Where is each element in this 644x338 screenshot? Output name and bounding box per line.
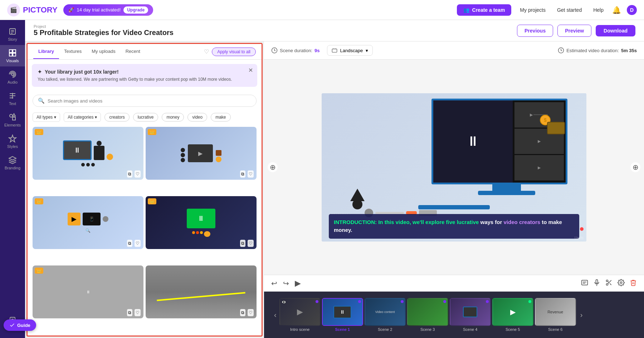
orientation-select[interactable]: Landscape ▾ (327, 45, 373, 56)
add-scene-left-button[interactable]: ⊕ (268, 162, 278, 172)
favorites-heart-icon[interactable]: ♡ (204, 48, 209, 55)
trial-badge: 🚀 14 day trial activated! Upgrade (63, 4, 153, 16)
tab-textures[interactable]: Textures (59, 44, 87, 59)
card-5-heart-icon[interactable]: ♡ (135, 309, 141, 316)
card-2-heart-icon[interactable]: ♡ (248, 170, 254, 178)
scene-thumbnail-intro: ▶ 👁️‍🗨️ Intro scene (279, 298, 321, 332)
card-3-heart-icon[interactable]: ♡ (135, 240, 141, 247)
wallet-illustration (547, 122, 565, 134)
scene-thumb-5[interactable]: ▶ (492, 298, 533, 326)
my-projects-link[interactable]: My projects (517, 7, 548, 13)
help-link[interactable]: Help (590, 7, 606, 13)
timeline-nav-next[interactable]: › (577, 311, 586, 319)
tag-video[interactable]: video (187, 113, 207, 121)
card-6-heart-icon[interactable]: ♡ (248, 309, 254, 316)
timeline-nav-prev[interactable]: ‹ (271, 311, 279, 319)
promo-close-button[interactable]: ✕ (248, 67, 253, 74)
settings-button[interactable] (618, 279, 625, 288)
svg-point-30 (606, 283, 608, 285)
work-area: Library Textures My uploads Recent ♡ App… (25, 41, 644, 338)
sidebar-item-audio[interactable]: Audio (0, 66, 25, 88)
scene-thumb-3[interactable] (407, 298, 448, 326)
scene-thumb-intro[interactable]: ▶ 👁️‍🗨️ (279, 298, 321, 326)
project-info: Project 5 Profitable Strategies for Vide… (34, 24, 174, 37)
search-input[interactable] (48, 98, 251, 104)
sidebar-item-story[interactable]: Story (0, 24, 25, 45)
redo-button[interactable]: ↪ (283, 279, 289, 288)
card-6-actions: ⧉ ♡ (240, 309, 254, 316)
landscape-icon (332, 48, 337, 53)
main-layout: Story Visuals Audio Text E (0, 20, 644, 338)
image-card-4[interactable]: ⏸ 👑 ⧉ ♡ (146, 196, 257, 249)
sidebar-styles-label: Styles (7, 144, 18, 149)
tag-creators[interactable]: creators (104, 113, 129, 121)
sidebar-item-text[interactable]: Text (0, 88, 25, 109)
create-team-button[interactable]: 👥 Create a team (457, 4, 512, 16)
image-card-2[interactable]: ▶ 👑 ⧉ ♡ (146, 127, 257, 180)
get-started-link[interactable]: Get started (554, 7, 585, 13)
tag-lucrative[interactable]: lucrative (133, 113, 158, 121)
download-button[interactable]: Download (596, 25, 635, 36)
image-card-1[interactable]: ⏸ 👑 ⧉ (33, 127, 143, 180)
preview-button[interactable]: Preview (557, 25, 591, 37)
type-filter[interactable]: All types ▾ (33, 113, 60, 122)
scene-thumb-1[interactable]: ⏸ (322, 298, 363, 326)
image-card-3[interactable]: ▶ 📱 🔍 👑 ⧉ ♡ (33, 196, 143, 249)
play-button[interactable]: ▶ (295, 279, 301, 288)
tab-my-uploads[interactable]: My uploads (87, 44, 120, 59)
sidebar-item-visuals[interactable]: Visuals (0, 45, 25, 66)
chevron-orientation-icon: ▾ (366, 48, 368, 53)
card-4-heart-icon[interactable]: ♡ (248, 240, 254, 247)
scene-duration: Scene duration: 9s (271, 47, 320, 54)
notifications-icon[interactable]: 🔔 (612, 6, 621, 14)
svg-rect-15 (13, 117, 15, 120)
tab-library[interactable]: Library (33, 44, 59, 59)
card-4-copy-icon[interactable]: ⧉ (240, 240, 245, 247)
card-1-copy-icon[interactable]: ⧉ (127, 170, 132, 178)
image-grid: ⏸ 👑 ⧉ (28, 124, 262, 335)
sidebar-audio-label: Audio (8, 80, 18, 84)
svg-point-10 (11, 73, 14, 75)
image-card-6[interactable]: ⧉ ♡ (146, 265, 257, 318)
upgrade-button[interactable]: Upgrade (123, 6, 148, 14)
apply-visual-button[interactable]: Apply visual to all (212, 48, 256, 56)
card-1-heart-icon[interactable]: ♡ (135, 170, 141, 178)
svg-rect-7 (13, 50, 16, 53)
mic-button[interactable] (593, 279, 600, 288)
tag-make[interactable]: make (211, 113, 230, 121)
card-3-copy-icon[interactable]: ⧉ (127, 240, 132, 247)
delete-button[interactable] (630, 279, 637, 288)
story-icon (8, 27, 17, 36)
sidebar-elements-label: Elements (4, 123, 21, 127)
team-icon: 👥 (463, 7, 469, 13)
svg-rect-22 (332, 49, 337, 52)
add-scene-right-button[interactable]: ⊕ (630, 162, 640, 172)
tab-recent[interactable]: Recent (121, 44, 145, 59)
image-card-5[interactable]: ⏸ 👑 ⧉ ♡ (33, 265, 143, 318)
card-6-copy-icon[interactable]: ⧉ (240, 309, 245, 316)
user-avatar[interactable]: D (627, 5, 637, 15)
subtitle-button[interactable] (581, 279, 588, 288)
svg-line-32 (610, 283, 611, 285)
card-5-copy-icon[interactable]: ⧉ (127, 309, 132, 316)
scene-thumb-6[interactable]: Revenue (535, 298, 576, 326)
preview-toolbar: Scene duration: 9s Landscape ▾ Estimated… (264, 41, 644, 60)
scissors-button[interactable] (605, 279, 613, 288)
category-filter[interactable]: All categories ▾ (64, 113, 101, 122)
scene-thumb-4[interactable] (450, 298, 491, 326)
premium-badge-4: 👑 (148, 198, 156, 204)
video-preview: ‹ › ⏸ ▶ ▶ ▶ (322, 93, 586, 242)
undo-button[interactable]: ↩ (271, 279, 277, 288)
sidebar-item-branding[interactable]: Branding (0, 152, 25, 174)
scene-thumbnail-6: Revenue Scene 6 (535, 298, 576, 332)
scene-thumb-2[interactable]: Video content (365, 298, 406, 326)
sidebar-item-styles[interactable]: Styles (0, 131, 25, 152)
guide-button[interactable]: Guide (4, 319, 36, 331)
card-2-copy-icon[interactable]: ⧉ (240, 170, 245, 178)
audio-icon (8, 70, 17, 79)
top-nav: 🎬 PICTORY 🚀 14 day trial activated! Upgr… (0, 0, 644, 20)
tag-money[interactable]: money (162, 113, 184, 121)
app-logo[interactable]: 🎬 PICTORY (7, 4, 58, 16)
previous-button[interactable]: Previous (517, 25, 553, 37)
sidebar-item-elements[interactable]: Elements (0, 109, 25, 131)
